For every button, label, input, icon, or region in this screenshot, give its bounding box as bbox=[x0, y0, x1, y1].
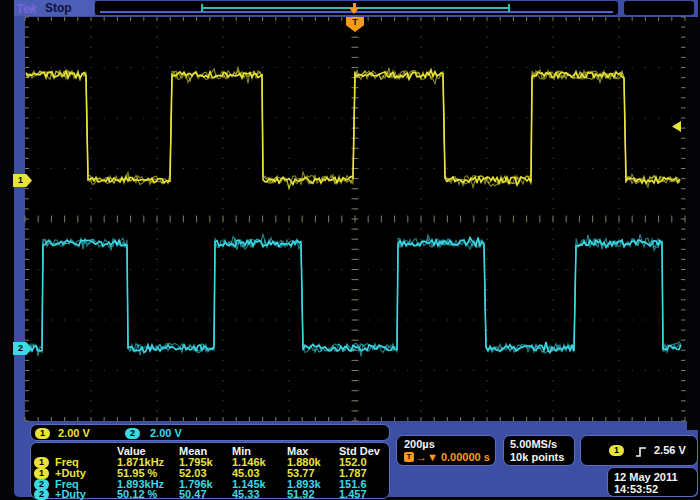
oscilloscope-screen: Tek Stop T 1 2 1 2.00 V 2 2.00 V ValueMe… bbox=[0, 0, 700, 500]
horizontal-scale-readout: 200µs bbox=[404, 439, 435, 450]
acquisition-settings-box[interactable]: 5.00MS/s 10k points bbox=[503, 435, 575, 466]
sample-rate-readout: 5.00MS/s bbox=[510, 439, 557, 450]
record-view-bar[interactable] bbox=[95, 1, 618, 15]
channel-scale-bar[interactable]: 1 2.00 V 2 2.00 V bbox=[30, 424, 390, 441]
meas-row-mean: 50.47 bbox=[179, 489, 207, 500]
ch1-scale-readout[interactable]: 2.00 V bbox=[58, 428, 90, 439]
top-right-readout-box bbox=[624, 1, 694, 15]
trigger-position-arrowhead-icon bbox=[349, 8, 359, 14]
meas-row-min: 45.33 bbox=[232, 489, 260, 500]
tek-logo: Tek bbox=[16, 1, 36, 16]
ch2-badge[interactable]: 2 bbox=[125, 428, 140, 439]
meas-row-channel-badge: 1 bbox=[34, 468, 49, 479]
meas-row-channel-badge: 2 bbox=[34, 479, 49, 490]
trigger-delay-icon: T bbox=[404, 452, 414, 462]
rising-edge-slope-icon bbox=[635, 444, 647, 456]
ch2-scale-readout[interactable]: 2.00 V bbox=[150, 428, 182, 439]
record-window-right-bracket bbox=[508, 4, 510, 12]
date-readout: 12 May 2011 bbox=[614, 472, 678, 483]
meas-row-channel-badge: 1 bbox=[34, 457, 49, 468]
horizontal-delay-readout: →▼ 0.00000 s bbox=[416, 452, 490, 463]
meas-row-stddev: 1.457 bbox=[339, 489, 367, 500]
measurement-table: ValueMeanMinMaxStd Dev 1Freq1.871kHz1.79… bbox=[30, 442, 390, 499]
meas-row-label: +Duty bbox=[55, 489, 86, 500]
trigger-level-readout: 2.56 V bbox=[654, 445, 686, 456]
right-edge-column bbox=[687, 17, 700, 430]
meas-row-value: 50.12 % bbox=[117, 489, 157, 500]
meas-row-channel-badge: 2 bbox=[34, 489, 49, 500]
time-readout: 14:53:52 bbox=[614, 484, 658, 495]
record-window-left-bracket bbox=[201, 4, 203, 12]
meas-row-max: 51.92 bbox=[287, 489, 315, 500]
trigger-settings-box[interactable]: 1 2.56 V bbox=[580, 435, 698, 466]
ui-frame bbox=[14, 0, 698, 497]
datetime-box: 12 May 2011 14:53:52 bbox=[607, 467, 698, 497]
horizontal-settings-box[interactable]: 200µs T →▼ 0.00000 s bbox=[396, 435, 496, 466]
trigger-source-badge: 1 bbox=[609, 445, 624, 456]
ch1-badge[interactable]: 1 bbox=[35, 428, 50, 439]
record-length-readout: 10k points bbox=[510, 452, 564, 463]
acquisition-status: Stop bbox=[45, 1, 72, 15]
